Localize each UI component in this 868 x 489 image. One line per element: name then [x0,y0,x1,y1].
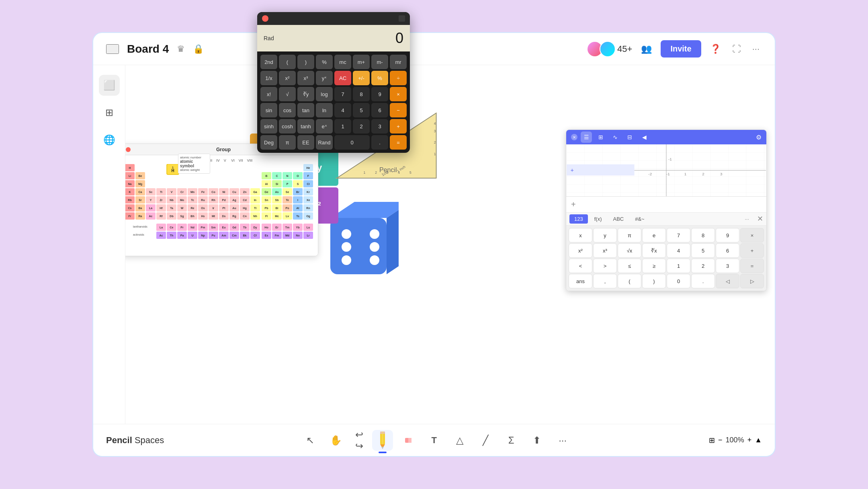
calc-btn-ex[interactable]: eˣ [316,119,333,134]
calc-btn-ee[interactable]: EE [297,135,314,150]
mg-key-9[interactable]: 9 [716,228,739,242]
mg-key-gte[interactable]: ≥ [642,259,666,273]
calc-btn-lparen[interactable]: ( [279,55,296,69]
mg-key-7[interactable]: 7 [667,228,690,242]
calc-btn-4[interactable]: 4 [334,103,351,117]
mg-key-1[interactable]: 1 [667,259,690,273]
mg-key-lt[interactable]: < [569,259,592,273]
calc-btn-pi[interactable]: π [279,135,296,150]
more-options-button[interactable]: ··· [750,41,762,57]
calc-btn-sinh[interactable]: sinh [260,119,277,134]
calc-btn-sin[interactable]: sin [260,103,277,117]
mg-key-next[interactable]: ▷ [740,274,764,288]
upload-tool[interactable]: ⬆ [526,430,547,451]
calc-btn-ln[interactable]: ln [316,103,333,117]
calc-btn-rand[interactable]: Rand [316,135,333,150]
calc-btn-9[interactable]: 9 [371,87,388,101]
mg-key-multiply[interactable]: × [740,228,764,242]
calc-btn-3[interactable]: 3 [371,119,388,134]
mg-settings-button[interactable]: ⚙ [756,134,762,141]
calc-btn-equals[interactable]: = [390,135,407,150]
calc-btn-cosh[interactable]: cosh [279,119,296,134]
mg-key-x2[interactable]: x² [569,243,592,258]
mg-key-plus[interactable]: + [740,243,764,258]
fullscreen-button[interactable]: ⛶ [730,41,743,57]
mg-key-0[interactable]: 0 [667,274,690,288]
calc-drag-handle[interactable] [399,15,405,22]
sidebar-globe-button[interactable]: 🌐 [99,129,120,150]
mg-tab-more[interactable]: ··· [740,214,754,224]
calc-btn-cos[interactable]: cos [279,103,296,117]
mg-key-e[interactable]: e [642,228,666,242]
mg-key-lte[interactable]: ≤ [618,259,641,273]
calc-btn-log[interactable]: log [316,87,333,101]
mg-key-3[interactable]: 3 [716,259,739,273]
calc-btn-mul[interactable]: × [390,87,407,101]
calc-btn-6[interactable]: 6 [371,103,388,117]
mg-key-x[interactable]: x [569,228,592,242]
mg-key-5[interactable]: 5 [691,243,715,258]
eraser-tool[interactable] [398,430,419,451]
line-tool[interactable]: ╱ [475,430,496,451]
mg-key-8[interactable]: 8 [691,228,715,242]
zoom-in-button[interactable]: + [747,436,752,444]
mg-close-button[interactable]: ✕ [571,134,577,140]
pencil-tool[interactable] [372,430,393,451]
calc-btn-tan[interactable]: tan [297,103,314,117]
calc-btn-tanh[interactable]: tanh [297,119,314,134]
mg-key-6[interactable]: 6 [716,243,739,258]
redo-button[interactable]: ↪ [351,441,367,451]
mg-list-tool[interactable]: ☰ [581,131,592,143]
mg-key-comma[interactable]: , [593,274,617,288]
formula-tool[interactable]: Σ [501,430,522,451]
mg-key-rparen[interactable]: ) [642,274,666,288]
mg-key-dot[interactable]: . [691,274,715,288]
sidebar-grid-button[interactable]: ⊞ [99,102,120,123]
calc-close-button[interactable] [262,15,268,22]
calc-btn-sub[interactable]: − [390,103,407,117]
zoom-out-button[interactable]: − [718,436,723,444]
mg-key-equals[interactable]: = [740,259,764,273]
cursor-tool[interactable]: ↖ [300,430,321,451]
calc-btn-rparen[interactable]: ) [297,55,314,69]
mg-key-cbrt[interactable]: ∛x [642,243,666,258]
calc-btn-decimal[interactable]: . [371,135,388,150]
fit-view-button[interactable]: ⊞ [709,436,715,445]
mg-key-lparen[interactable]: ( [618,274,641,288]
people-button[interactable]: 👥 [639,41,654,57]
calc-btn-1[interactable]: 1 [334,119,351,134]
mg-tab-abc[interactable]: ABC [608,214,628,224]
mg-calc-tool[interactable]: ⊞ [595,131,606,143]
calc-btn-x3[interactable]: x³ [297,71,314,85]
more-tools-button[interactable]: ··· [552,430,573,451]
mg-key-x3[interactable]: x³ [593,243,617,258]
mg-table-tool[interactable]: ⊟ [624,131,635,143]
calc-btn-pct[interactable]: % [371,71,388,85]
mg-add-expression[interactable]: + [571,200,576,209]
calc-btn-sqrt[interactable]: √ [279,87,296,101]
calc-btn-7[interactable]: 7 [334,87,351,101]
sidebar-select-button[interactable]: ⬜ [99,75,120,96]
mg-key-y[interactable]: y [593,228,617,242]
calc-btn-add[interactable]: + [390,119,407,134]
calc-btn-mplus[interactable]: m+ [353,55,370,69]
mg-tab-fx[interactable]: f(x) [590,214,607,224]
shape-tool[interactable]: △ [449,430,470,451]
calc-btn-x2[interactable]: x² [279,71,296,85]
mg-key-2[interactable]: 2 [691,259,715,273]
calc-btn-fact[interactable]: x! [260,87,277,101]
zoom-chevron[interactable]: ▲ [755,436,762,444]
mg-key-prev[interactable]: ◁ [716,274,739,288]
pt-close-button[interactable] [126,147,131,152]
mg-tab-123[interactable]: 123 [569,214,588,224]
mg-key-gt[interactable]: > [593,259,617,273]
calc-btn-ac[interactable]: AC [334,71,351,85]
calc-btn-div[interactable]: ÷ [390,71,407,85]
mg-collapse-tool[interactable]: ◀ [639,131,650,143]
mg-key-sqrt[interactable]: √x [618,243,641,258]
calc-btn-deg[interactable]: Deg [260,135,277,150]
calc-btn-sign[interactable]: +/- [353,71,370,85]
mg-close-keypad[interactable]: ✕ [757,214,763,224]
calc-btn-recip[interactable]: 1/x [260,71,277,85]
text-tool[interactable]: T [424,430,444,451]
